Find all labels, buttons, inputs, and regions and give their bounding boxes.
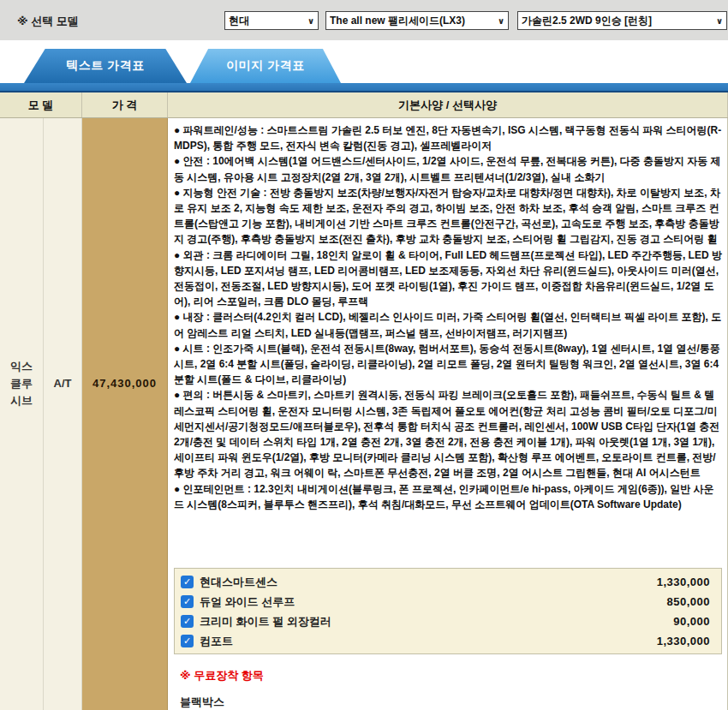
spec-paragraphs: ● 파워트레인/성능 : 스마트스트림 가솔린 2.5 터보 엔진, 8단 자동… <box>174 122 724 568</box>
tab-text-price-table[interactable]: 텍스트 가격표 <box>24 49 187 83</box>
option-price: 850,000 <box>667 595 711 608</box>
option-label: 컴포트 <box>200 634 657 649</box>
tab-divider-bar <box>0 83 728 92</box>
options-box: ✓ 현대스마트센스 1,330,000 ✓ 듀얼 와이드 선루프 850,000… <box>174 568 722 654</box>
trim-select-value: 가솔린2.5 2WD 9인승 [런칭] <box>522 14 713 28</box>
tab-image-price-table[interactable]: 이미지 가격표 <box>190 49 341 83</box>
tab-label: 텍스트 가격표 <box>66 58 144 74</box>
transmission-cell: A/T <box>44 118 82 710</box>
transmission-value: A/T <box>54 377 72 390</box>
price-cell: 47,430,000 <box>82 118 168 710</box>
checkbox-checked-icon[interactable]: ✓ <box>181 635 194 647</box>
option-price: 90,000 <box>673 615 710 628</box>
table-header-row: 모 델 가 격 기본사양 / 선택사양 <box>0 92 728 118</box>
header-spec: 기본사양 / 선택사양 <box>168 92 728 117</box>
header-model: 모 델 <box>0 92 82 117</box>
chevron-down-icon: ∨ <box>716 16 723 26</box>
trim-select[interactable]: 가솔린2.5 2WD 9인승 [런칭] ∨ <box>517 11 727 30</box>
option-row-hyundai-smartsense[interactable]: ✓ 현대스마트센스 1,330,000 <box>175 572 721 592</box>
model-name-line: 클루 <box>10 375 33 392</box>
chevron-down-icon: ∨ <box>498 16 504 26</box>
spec-powertrain: ● 파워트레인/성능 : 스마트스트림 가솔린 2.5 터보 엔진, 8단 자동… <box>174 122 724 153</box>
model-select-value: The all new 팰리세이드(LX3) <box>330 14 494 28</box>
option-label: 현대스마트센스 <box>200 575 657 590</box>
option-price: 1,330,000 <box>657 576 710 588</box>
brand-select-value: 현대 <box>229 14 304 28</box>
free-item-blackbox: 블랙박스 <box>180 695 724 710</box>
select-model-label: ※ 선택 모델 <box>17 14 79 29</box>
option-row-dual-wide-sunroof[interactable]: ✓ 듀얼 와이드 선루프 850,000 <box>175 592 721 612</box>
model-name-line: 익스 <box>10 358 33 375</box>
model-name: 익스 클루 시브 <box>10 358 33 409</box>
brand-select[interactable]: 현대 ∨ <box>224 11 319 30</box>
option-label: 크리미 화이트 펄 외장컬러 <box>200 614 673 629</box>
checkbox-checked-icon[interactable]: ✓ <box>181 595 194 608</box>
model-name-line: 시브 <box>10 392 33 409</box>
spec-interior: ● 내장 : 클러스터(4.2인치 컬러 LCD), 베젤리스 인사이드 미러,… <box>174 309 724 340</box>
option-label: 듀얼 와이드 선루프 <box>200 594 667 610</box>
header-price: 가 격 <box>82 92 168 117</box>
price-table-tabs: 텍스트 가격표 이미지 가격표 <box>0 40 728 83</box>
chevron-down-icon: ∨ <box>307 16 314 26</box>
spec-convenience: ● 편의 : 버튼시동 & 스마트키, 스마트키 원격시동, 전동식 파킹 브레… <box>174 387 724 480</box>
spec-safety: ● 안전 : 10에어백 시스템(1열 어드밴스드/센터사이드, 1/2열 사이… <box>174 153 724 184</box>
spec-exterior: ● 외관 : 크롬 라디에이터 그릴, 18인치 알로이 휠 & 타이어, Fu… <box>174 248 724 310</box>
spec-cell: ● 파워트레인/성능 : 스마트스트림 가솔린 2.5 터보 엔진, 8단 자동… <box>168 118 728 710</box>
spec-smart-safety: ● 지능형 안전 기술 : 전방 충돌방지 보조(차량/보행자/자전거 탑승자/… <box>174 185 724 248</box>
tab-label: 이미지 가격표 <box>226 58 304 74</box>
option-row-comfort[interactable]: ✓ 컴포트 1,330,000 <box>175 631 721 651</box>
checkbox-checked-icon[interactable]: ✓ <box>181 615 194 628</box>
model-name-cell: 익스 클루 시브 <box>0 118 44 710</box>
spec-infotainment: ● 인포테인먼트 : 12.3인치 내비게이션(블루링크, 폰 프로젝션, 인카… <box>174 481 724 512</box>
option-price: 1,330,000 <box>657 635 710 647</box>
model-select[interactable]: The all new 팰리세이드(LX3) ∨ <box>325 11 509 30</box>
table-row: 익스 클루 시브 A/T 47,430,000 ● 파워트레인/성능 : 스마트… <box>0 118 728 710</box>
free-items-title: ※ 무료장착 항목 <box>180 668 724 683</box>
spec-seats: ● 시트 : 인조가죽 시트(블랙), 운전석 전동시트(8way, 럼버서포트… <box>174 341 724 388</box>
model-select-bar: ※ 선택 모델 현대 ∨ The all new 팰리세이드(LX3) ∨ 가솔… <box>0 0 728 40</box>
option-row-creamy-white-pearl[interactable]: ✓ 크리미 화이트 펄 외장컬러 90,000 <box>175 612 721 631</box>
price-value: 47,430,000 <box>92 377 157 390</box>
checkbox-checked-icon[interactable]: ✓ <box>181 576 194 588</box>
